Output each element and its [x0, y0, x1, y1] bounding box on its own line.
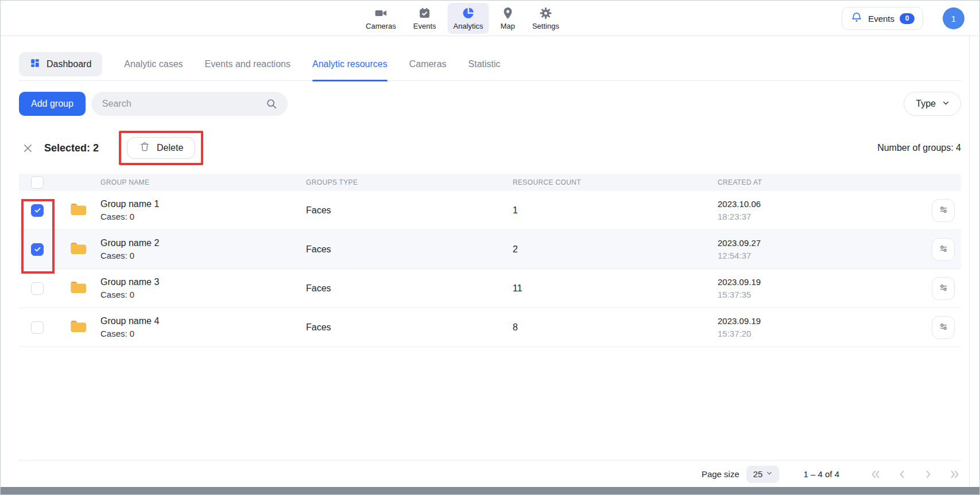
- group-cases: Cases: 0: [100, 290, 306, 299]
- nav-item-settings[interactable]: Settings: [526, 3, 565, 34]
- nav-label: Analytics: [454, 22, 483, 30]
- sliders-icon: [938, 204, 950, 217]
- chevron-down-icon: [941, 98, 951, 110]
- created-time: 18:23:37: [718, 212, 925, 221]
- nav-item-analytics[interactable]: Analytics: [448, 3, 489, 34]
- events-board-icon: [418, 6, 432, 20]
- content-area: Dashboard Analytic cases Events and reac…: [1, 36, 979, 488]
- tab-cameras[interactable]: Cameras: [409, 48, 447, 81]
- selection-bar: Selected: 2 Delete Number of groups: 4: [19, 130, 961, 166]
- resource-count: 2: [513, 244, 718, 255]
- row-settings-button[interactable]: [932, 238, 955, 261]
- created-date: 2023.10.06: [718, 199, 925, 209]
- tabs-row: Dashboard Analytic cases Events and reac…: [19, 48, 961, 81]
- chevron-down-icon: [765, 469, 773, 479]
- selected-count-label: Selected: 2: [44, 142, 99, 154]
- table-header-row: GROUP NAME GROUPS TYPE RESOURCE COUNT CR…: [19, 174, 961, 191]
- clear-selection-icon[interactable]: [22, 143, 33, 154]
- group-cases: Cases: 0: [100, 251, 306, 260]
- events-count-badge: 0: [900, 13, 915, 24]
- table-row: Group name 4 Cases: 0 Faces 8 2023.09.19…: [19, 308, 961, 347]
- folder-icon: [68, 239, 88, 260]
- column-header-groups-type: GROUPS TYPE: [306, 178, 513, 186]
- created-date: 2023.09.19: [718, 316, 925, 326]
- table-row: Group name 1 Cases: 0 Faces 1 2023.10.06…: [19, 191, 961, 230]
- row-settings-button[interactable]: [932, 316, 955, 339]
- nav-label: Events: [413, 22, 436, 30]
- resource-count: 11: [513, 283, 718, 294]
- group-name: Group name 1: [100, 199, 306, 209]
- type-filter-dropdown[interactable]: Type: [904, 92, 961, 116]
- annotation-box-delete: Delete: [119, 131, 203, 165]
- delete-button-label: Delete: [157, 143, 183, 153]
- nav-item-events[interactable]: Events: [408, 3, 442, 34]
- sliders-icon: [938, 321, 950, 334]
- resource-count: 8: [513, 322, 718, 333]
- created-time: 15:37:20: [718, 329, 925, 338]
- pagination-range-label: 1 – 4 of 4: [803, 469, 839, 479]
- page-size-value: 25: [753, 469, 763, 479]
- resource-count: 1: [513, 205, 718, 216]
- nav-item-cameras[interactable]: Cameras: [360, 3, 402, 34]
- folder-icon: [68, 317, 88, 338]
- tab-statistic[interactable]: Statistic: [468, 48, 501, 81]
- nav-item-map[interactable]: Map: [495, 3, 521, 34]
- next-page-button[interactable]: [922, 468, 935, 481]
- dashboard-button[interactable]: Dashboard: [19, 52, 102, 76]
- groups-count-label: Number of groups: 4: [877, 143, 961, 153]
- type-filter-label: Type: [916, 99, 936, 109]
- window-bottom-edge: [1, 487, 979, 494]
- row-checkbox[interactable]: [31, 243, 44, 256]
- dashboard-button-label: Dashboard: [47, 59, 91, 69]
- pager-controls: [869, 468, 961, 481]
- last-page-button[interactable]: [948, 468, 961, 481]
- tab-events-and-reactions[interactable]: Events and reactions: [205, 48, 290, 81]
- events-button-label: Events: [868, 14, 894, 24]
- previous-page-button[interactable]: [896, 468, 908, 481]
- events-notifications-button[interactable]: Events 0: [842, 7, 923, 30]
- page-size-dropdown[interactable]: 25: [746, 466, 780, 483]
- group-type: Faces: [306, 322, 513, 333]
- tab-analytic-resources[interactable]: Analytic resources: [312, 48, 388, 81]
- select-all-checkbox[interactable]: [31, 176, 44, 189]
- table-row: Group name 2 Cases: 0 Faces 2 2023.09.27…: [19, 230, 961, 269]
- row-checkbox[interactable]: [31, 321, 44, 334]
- tab-analytic-cases[interactable]: Analytic cases: [124, 48, 183, 81]
- created-time: 12:54:37: [718, 251, 925, 260]
- add-group-button[interactable]: Add group: [19, 92, 86, 116]
- app-window: Cameras Events Analytics Map: [0, 0, 980, 495]
- group-name: Group name 3: [100, 277, 306, 287]
- row-checkbox[interactable]: [31, 282, 44, 295]
- group-cases: Cases: 0: [100, 212, 306, 221]
- row-settings-button[interactable]: [932, 199, 955, 222]
- sliders-icon: [938, 282, 950, 295]
- pagination-bar: Page size 25 1 – 4 of 4: [19, 460, 961, 488]
- row-settings-button[interactable]: [932, 277, 955, 300]
- trash-icon: [139, 141, 150, 155]
- map-pin-icon: [501, 6, 514, 20]
- folder-icon: [68, 278, 88, 299]
- created-date: 2023.09.19: [718, 277, 925, 287]
- folder-icon: [68, 200, 88, 221]
- user-avatar[interactable]: 1: [943, 7, 964, 29]
- column-header-group-name: GROUP NAME: [100, 178, 306, 186]
- top-bar: Cameras Events Analytics Map: [1, 1, 979, 36]
- search-icon: [265, 98, 278, 112]
- group-cases: Cases: 0: [100, 329, 306, 338]
- search-input[interactable]: [91, 92, 288, 116]
- group-type: Faces: [306, 205, 513, 216]
- topbar-right: Events 0 1: [842, 1, 964, 36]
- sliders-icon: [938, 243, 950, 256]
- delete-button[interactable]: Delete: [127, 137, 195, 159]
- spacer: [19, 347, 961, 460]
- first-page-button[interactable]: [869, 468, 882, 481]
- table-row: Group name 3 Cases: 0 Faces 11 2023.09.1…: [19, 269, 961, 308]
- row-checkbox[interactable]: [31, 204, 44, 217]
- gear-icon: [539, 6, 552, 20]
- pie-chart-icon: [462, 6, 475, 20]
- bell-icon: [850, 11, 863, 26]
- nav-label: Cameras: [366, 22, 396, 30]
- created-time: 15:37:35: [718, 290, 925, 299]
- scrollbar-track: [969, 36, 970, 487]
- created-date: 2023.09.27: [718, 238, 925, 248]
